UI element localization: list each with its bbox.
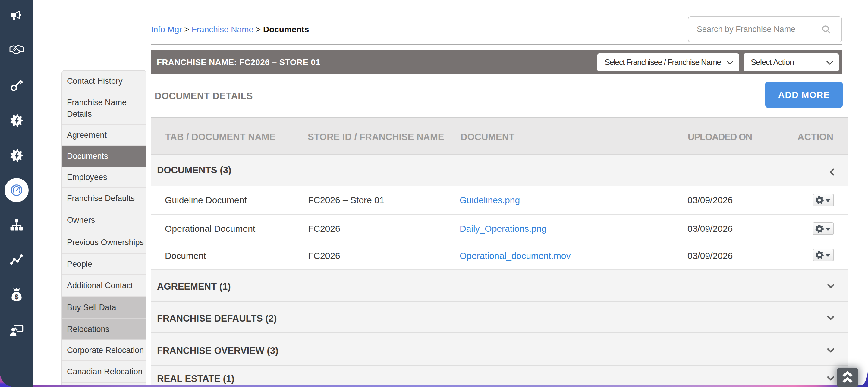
svg-text:$: $ (15, 293, 19, 300)
